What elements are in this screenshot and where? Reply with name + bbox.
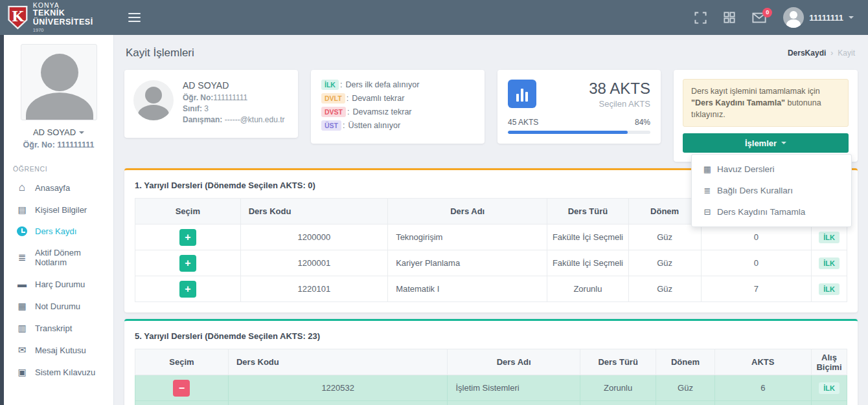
- breadcrumb-last: Kayit: [838, 49, 855, 58]
- cell-course-code: 1220101: [240, 276, 387, 302]
- cell-course-name: İşletim Sistemleri: [448, 375, 580, 401]
- fullscreen-icon[interactable]: [694, 12, 707, 24]
- semester5-table: SeçimDers KoduDers AdıDers TürüDönemAKTS…: [135, 349, 847, 405]
- sidebar-item[interactable]: Anasayfa: [4, 177, 113, 199]
- column-header: AKTS: [714, 349, 811, 375]
- semester5-title: 5. Yarıyıl Dersleri (Dönemde Seçilen AKT…: [135, 331, 847, 341]
- svg-text:K: K: [12, 8, 25, 25]
- legend-row: DVST : Devamsız tekrar: [321, 107, 474, 117]
- cell-akts: 6: [714, 375, 811, 401]
- dropdown-item[interactable]: Havuz Dersleri: [692, 159, 851, 180]
- breadcrumb-separator: ›: [830, 49, 833, 58]
- university-logo[interactable]: K KONYA TEKNİK ÜNİVERSİTESİ 1970: [0, 2, 114, 32]
- column-header: Ders Kodu: [228, 349, 447, 375]
- student-number-line: Öğr. No:111111111: [183, 93, 285, 104]
- akts-progress-track: [508, 131, 650, 134]
- sidebar-item[interactable]: Transkript: [4, 317, 113, 339]
- course-row-selected: 1220546 Mesleki Staj I Zorunlu Güz 3 İLK: [135, 401, 847, 405]
- cell-course-type: Zorunlu: [580, 375, 656, 401]
- chevron-down-icon: [79, 131, 84, 134]
- column-header: Dönem: [656, 349, 714, 375]
- cell-course-type: Fakülte İçi Seçmeli: [547, 224, 628, 250]
- dropdown-item-icon: [702, 164, 713, 174]
- sidebar-item-icon: [17, 301, 27, 311]
- user-avatar: [783, 7, 804, 28]
- add-course-button[interactable]: [179, 229, 196, 246]
- cell-akts: 7: [701, 276, 811, 302]
- sidebar-item-label: Sistem Kılavuzu: [35, 367, 95, 377]
- dropdown-item[interactable]: Ders Kaydını Tamamla: [692, 201, 851, 223]
- legend-description: Üstten alınıyor: [348, 121, 400, 130]
- cell-course-code: 1220546: [228, 401, 447, 405]
- cell-course-type: Zorunlu: [580, 401, 656, 405]
- cell-course-type: Zorunlu: [547, 276, 628, 302]
- action-card: Ders kayıt işlemini tamamlamak için "Der…: [674, 70, 858, 162]
- legend-badge: ÜST: [321, 120, 341, 131]
- course-row: 1220101 Matematik I Zorunlu Güz 7 İLK: [135, 276, 847, 302]
- username-label: 11111111: [809, 13, 843, 23]
- add-course-button[interactable]: [179, 255, 196, 272]
- legend-row: ÜST : Üstten alınıyor: [321, 120, 474, 131]
- registration-alert: Ders kayıt işlemini tamamlamak için "Der…: [683, 79, 849, 127]
- sidebar-item-label: Anasayfa: [35, 183, 70, 193]
- legend-row: İLK : Ders ilk defa alınıyor: [321, 80, 474, 90]
- akts-summary-card: 38 AKTS Seçilen AKTS 45 AKTS 84%: [497, 70, 661, 144]
- shield-logo-icon: K: [8, 3, 28, 32]
- sidebar-menu: Anasayfa Kişisel Bilgiler Ders Kaydı Akt…: [4, 177, 113, 383]
- sidebar-item[interactable]: Mesaj Kutusu: [4, 339, 113, 361]
- student-name: AD SOYAD: [183, 80, 285, 91]
- islemler-button[interactable]: İşlemler: [683, 133, 849, 153]
- column-header: Dönem: [628, 199, 701, 224]
- cell-course-name: Matematik I: [388, 276, 547, 302]
- sidebar-item[interactable]: Not Durumu: [4, 295, 113, 317]
- legend-badge: DVLT: [321, 93, 345, 104]
- student-info-card: AD SOYAD Öğr. No:111111111 Sınıf: 3 Danı…: [124, 70, 298, 138]
- sidebar-item-label: Harç Durumu: [35, 279, 85, 289]
- column-header: Ders Türü: [580, 349, 656, 375]
- sidebar-item-label: Kişisel Bilgiler: [35, 205, 87, 215]
- dropdown-item[interactable]: Bağlı Ders Kuralları: [692, 180, 851, 201]
- dropdown-item-icon: [702, 186, 713, 195]
- legend-badge: DVST: [321, 107, 346, 117]
- dropdown-item-label: Bağlı Ders Kuralları: [717, 186, 793, 195]
- dropdown-item-label: Ders Kaydını Tamamla: [717, 207, 805, 217]
- sidebar-item[interactable]: Aktif Dönem Notlarım: [4, 242, 113, 273]
- sidebar-section-label: ÖĞRENCI: [13, 165, 113, 173]
- akts-percent-label: 84%: [635, 118, 650, 127]
- main-content: Kayit İşlemleri DersKaydi › Kayit AD SOY…: [114, 35, 868, 405]
- messages-icon[interactable]: 0: [752, 12, 766, 23]
- legend-description: Devamsız tekrar: [353, 107, 412, 116]
- user-menu[interactable]: 11111111: [783, 7, 854, 28]
- chevron-down-icon: [849, 16, 854, 19]
- sidebar-item[interactable]: Kişisel Bilgiler: [4, 199, 113, 221]
- remove-course-button[interactable]: [173, 380, 190, 397]
- sidebar-item-label: Mesaj Kutusu: [35, 345, 86, 355]
- chevron-down-icon: [781, 142, 786, 144]
- brand-line3: 1970: [33, 28, 114, 33]
- add-course-button[interactable]: [179, 281, 196, 298]
- cell-course-type: Fakülte İçi Seçmeli: [547, 250, 628, 276]
- cell-akts: 3: [714, 401, 811, 405]
- column-header: Ders Kodu: [240, 199, 387, 224]
- alis-bicimi-badge: İLK: [819, 283, 839, 295]
- messages-badge: 0: [762, 8, 772, 17]
- dropdown-item-icon: [702, 207, 713, 217]
- sidebar-item[interactable]: Harç Durumu: [4, 273, 113, 295]
- sidebar-item-icon: [17, 252, 27, 263]
- legend-description: Ders ilk defa alınıyor: [345, 80, 419, 89]
- sidebar-item[interactable]: Sistem Kılavuzu: [4, 361, 113, 383]
- course-row: 1200000 Teknogirişim Fakülte İçi Seçmeli…: [135, 224, 847, 250]
- alis-bicimi-badge: İLK: [819, 382, 839, 394]
- hamburger-menu-icon[interactable]: [128, 10, 141, 25]
- akts-progress-fill: [508, 131, 628, 134]
- sidebar-student-no: Öğr. No: 111111111: [4, 140, 113, 149]
- cell-term: Güz: [628, 276, 701, 302]
- apps-grid-icon[interactable]: [724, 12, 735, 23]
- breadcrumb-current[interactable]: DersKaydi: [788, 49, 826, 58]
- course-row: 1200001 Kariyer Planlama Fakülte İçi Seç…: [135, 250, 847, 276]
- sidebar: AD SOYAD Öğr. No: 111111111 ÖĞRENCI Anas…: [4, 35, 114, 405]
- sidebar-item[interactable]: Ders Kaydı: [4, 221, 113, 242]
- sidebar-profile-name[interactable]: AD SOYAD: [4, 127, 113, 137]
- legend-card: İLK : Ders ilk defa alınıyor DVLT : Deva…: [311, 70, 485, 144]
- column-header: Seçim: [135, 349, 229, 375]
